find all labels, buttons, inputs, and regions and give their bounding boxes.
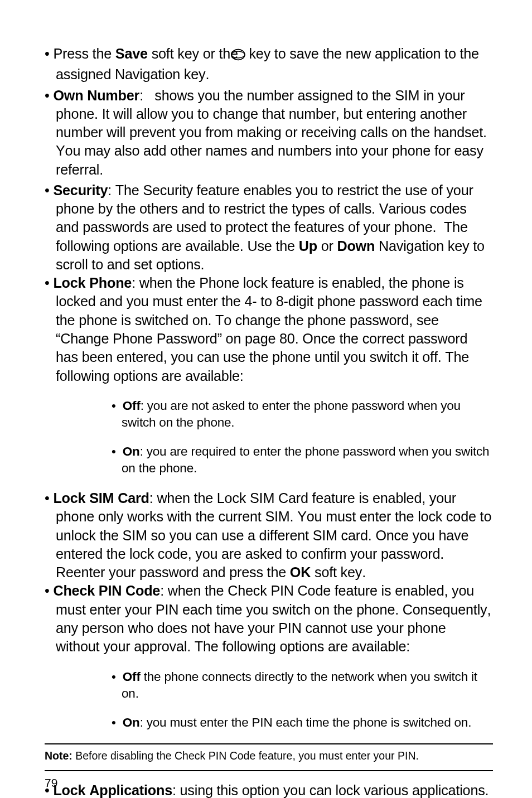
text: • Press the	[45, 46, 115, 61]
bold-text: Own Number	[53, 88, 139, 103]
bold-text: Lock Applications	[53, 782, 172, 798]
lock-apps-item: • Lock Applications: using this option y…	[45, 781, 493, 798]
page: • Press the Save soft key or the key to …	[0, 0, 532, 798]
bold-text: Off	[123, 399, 141, 413]
lock-phone-on: • On: you are required to enter the phon…	[112, 443, 493, 476]
text: soft key.	[311, 564, 366, 580]
text: : you are not asked to enter the phone p…	[122, 399, 461, 429]
check-pin-off: • Off the phone connects directly to the…	[112, 669, 493, 702]
bold-text: OK	[290, 564, 311, 580]
bold-text: Down	[337, 238, 375, 254]
bullet: •	[45, 182, 53, 198]
bold-text: Check PIN Code	[53, 583, 160, 598]
lock-phone-item: • Lock Phone: when the Phone lock featur…	[45, 274, 493, 385]
save-line: • Press the Save soft key or the key to …	[45, 45, 493, 84]
text: soft key or the	[148, 46, 242, 61]
bold-text: Up	[299, 238, 317, 254]
text: the phone connects directly to the netwo…	[122, 670, 477, 700]
security-item: • Security: The Security feature enables…	[45, 181, 493, 274]
text: : you are required to enter the phone pa…	[122, 444, 489, 475]
lock-phone-off: • Off: you are not asked to enter the ph…	[112, 398, 493, 431]
note-label: Note:	[45, 749, 72, 762]
bold-text: Save	[115, 46, 148, 61]
bullet: •	[112, 715, 123, 729]
text: or	[317, 238, 337, 254]
lock-sim-item: • Lock SIM Card: when the Lock SIM Card …	[45, 489, 493, 582]
bullet: •	[45, 490, 53, 506]
bullet: •	[45, 583, 53, 598]
note-text: Before disabling the Check PIN Code feat…	[72, 749, 419, 762]
bold-text: Security	[53, 182, 108, 198]
bold-text: On	[123, 715, 140, 729]
check-pin-on: • On: you must enter the PIN each time t…	[112, 714, 493, 731]
bold-text: Off	[123, 670, 141, 684]
bold-text: Lock SIM Card	[53, 490, 149, 506]
own-number-item: • Own Number: shows you the number assig…	[45, 86, 493, 179]
bullet: •	[45, 88, 53, 103]
svg-point-1	[231, 51, 245, 58]
bullet: •	[112, 444, 123, 458]
bold-text: On	[123, 444, 140, 458]
bullet: •	[112, 399, 123, 413]
text: : you must enter the PIN each time the p…	[140, 715, 472, 729]
text: : when the Phone lock feature is enabled…	[56, 275, 482, 383]
bold-text: Lock Phone	[53, 275, 132, 291]
bullet: •	[112, 670, 123, 684]
bullet: •	[45, 275, 53, 291]
check-pin-item: • Check PIN Code: when the Check PIN Cod…	[45, 582, 493, 656]
page-number: 79	[45, 775, 57, 791]
note-block: Note: Before disabling the Check PIN Cod…	[45, 743, 493, 771]
